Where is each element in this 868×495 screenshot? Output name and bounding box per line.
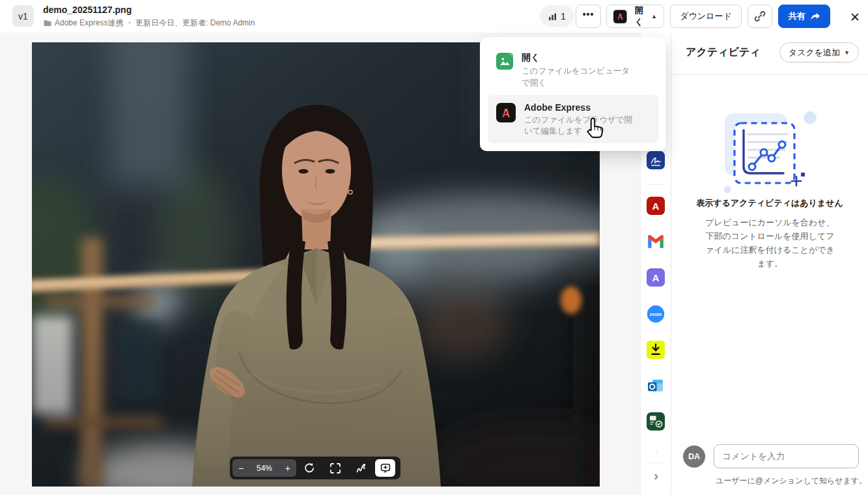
outlook-app-icon[interactable]: [647, 376, 665, 395]
strip-divider: [646, 184, 665, 185]
empty-activity-description: プレビューにカーソルを合わせ、下部のコントロールを使用してファイルに注釈を付ける…: [703, 216, 837, 270]
svg-text:A: A: [652, 201, 660, 212]
add-task-label: タスクを追加: [789, 47, 840, 59]
activity-title: アクティビティ: [686, 46, 761, 59]
empty-activity-illustration: [714, 109, 825, 198]
insights-pill[interactable]: 1: [540, 5, 574, 27]
collapse-strip-button[interactable]: ›: [641, 468, 671, 483]
fit-screen-icon: [329, 462, 341, 474]
zoom-in-button[interactable]: +: [285, 464, 290, 473]
menu-item-open[interactable]: 開く このファイルをコンピュータで開く: [488, 45, 658, 95]
zoom-controls: − 54% +: [232, 459, 296, 477]
esign-app-icon[interactable]: [647, 412, 665, 431]
close-button[interactable]: ✕: [846, 8, 864, 26]
zoom-app-icon[interactable]: zoom: [647, 305, 665, 323]
adobe-express-icon: A: [613, 9, 627, 24]
adobe-acrobat-app-icon[interactable]: A: [647, 197, 665, 215]
gmail-app-icon[interactable]: [647, 233, 665, 251]
open-label: 開く: [632, 5, 647, 28]
file-name: demo_20251127.png: [43, 5, 132, 15]
open-menu: 開く このファイルをコンピュータで開く A Adobe Express このファ…: [480, 37, 666, 151]
comment-input[interactable]: [714, 444, 859, 468]
version-badge[interactable]: v1: [12, 5, 34, 27]
draw-icon: [356, 462, 367, 474]
downloader-app-icon[interactable]: [647, 341, 665, 359]
link-icon: [754, 10, 766, 22]
empty-activity-title: 表示するアクティビティはありません: [671, 197, 868, 209]
open-dropdown-button[interactable]: A 開く ▲: [606, 5, 664, 28]
comment-composer: DA ユーザーに@メンションして知らせます。: [671, 444, 868, 487]
menu-item-adobe-express[interactable]: A Adobe Express このファイルをブラウザで開いて編集します: [488, 95, 658, 144]
adobe-express-icon: A: [496, 103, 516, 122]
more-options-button[interactable]: •••: [576, 5, 601, 28]
mention-hint: ユーザーに@メンションして知らせます。: [716, 475, 868, 487]
share-arrow-icon: [810, 12, 820, 21]
zoom-level: 54%: [257, 464, 272, 473]
adobe-sign-app-icon[interactable]: [647, 151, 665, 169]
add-task-button[interactable]: タスクを追加 ▼: [779, 42, 859, 63]
strip-divider: [646, 462, 665, 463]
rotate-button[interactable]: [296, 457, 322, 479]
share-label: 共有: [789, 10, 805, 22]
comment-icon: [380, 462, 391, 474]
menu-item-title: Adobe Express: [524, 102, 640, 113]
zoom-out-button[interactable]: −: [238, 464, 244, 473]
caret-down-icon: ▼: [844, 50, 850, 56]
share-button[interactable]: 共有: [778, 5, 830, 28]
file-meta: Adobe Express連携 ・ 更新日今日、更新者: Demo Admin: [43, 18, 255, 29]
copy-link-button[interactable]: [748, 5, 772, 28]
preview-toolbar: − 54% +: [230, 457, 400, 479]
comment-button[interactable]: [375, 459, 395, 477]
avatar: DA: [683, 446, 705, 468]
activity-header: アクティビティ タスクを追加 ▼: [671, 33, 868, 75]
fit-screen-button[interactable]: [322, 457, 348, 479]
file-preview-window: − 54% + v1 demo: [0, 0, 868, 495]
svg-text:A: A: [652, 272, 660, 283]
download-button[interactable]: ダウンロード: [670, 5, 742, 28]
acrobat-purple-app-icon[interactable]: A: [647, 268, 665, 287]
menu-item-description: このファイルをブラウザで開いて編集します: [524, 115, 640, 138]
menu-item-description: このファイルをコンピュータで開く: [522, 66, 637, 89]
bar-chart-icon: [548, 12, 557, 20]
svg-text:A: A: [502, 106, 511, 119]
file-image-icon: [496, 53, 513, 70]
strip-overflow-dot: ·: [641, 448, 671, 456]
svg-text:A: A: [617, 12, 623, 21]
header-bar: v1 demo_20251127.png Adobe Express連携 ・ 更…: [0, 0, 868, 33]
file-meta-text: Adobe Express連携 ・ 更新日今日、更新者: Demo Admin: [55, 18, 255, 29]
insights-count: 1: [561, 11, 566, 21]
activity-panel: アクティビティ タスクを追加 ▼ 表示するアクティビティはありません プレビュー…: [671, 33, 868, 495]
menu-item-title: 開く: [522, 51, 637, 64]
rotate-icon: [303, 462, 315, 474]
folder-icon: [43, 20, 51, 27]
svg-text:zoom: zoom: [650, 312, 662, 317]
draw-button[interactable]: [348, 457, 374, 479]
caret-up-icon: ▲: [651, 13, 657, 20]
